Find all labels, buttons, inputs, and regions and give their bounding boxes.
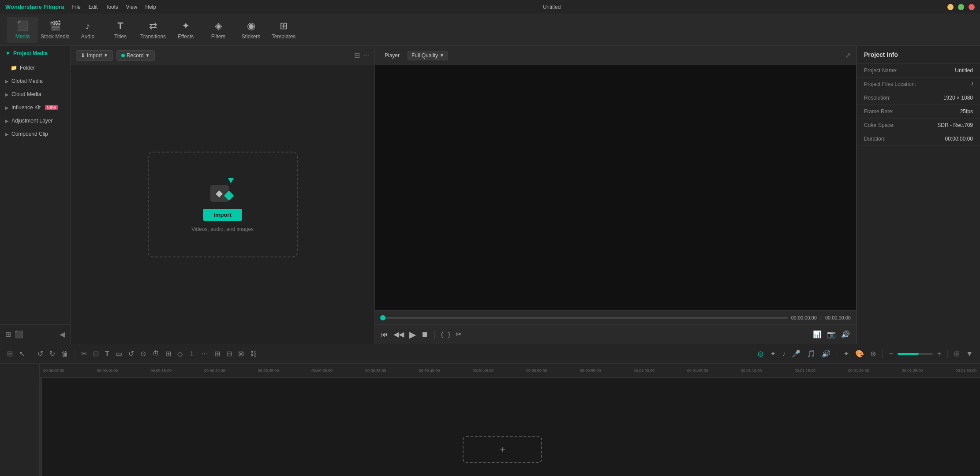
project-info-name-label: Project Name: [864, 67, 898, 74]
sidebar-header-label: Project Media [13, 50, 48, 56]
mic-button[interactable]: 🎤 [790, 349, 802, 359]
link-button[interactable]: ⋯ [199, 349, 210, 359]
trim-icon[interactable]: ✂ [455, 329, 462, 339]
cut-button[interactable]: ✂ [79, 349, 89, 359]
toolbar-effects[interactable]: ✦ Effects [170, 17, 201, 43]
fullscreen-icon[interactable]: ⤢ [845, 52, 851, 59]
progress-track[interactable] [380, 317, 788, 319]
snapshot-icon[interactable]: 📷 [826, 329, 837, 339]
compound-button[interactable]: ⊠ [236, 349, 246, 359]
ai-button[interactable]: ✦ [768, 349, 778, 359]
toolbar-stickers[interactable]: ◉ Stickers [236, 17, 266, 43]
menu-help[interactable]: Help [145, 4, 156, 10]
mark-in-icon[interactable]: { [440, 330, 444, 338]
menu-tools[interactable]: Tools [105, 4, 118, 10]
stop-button[interactable]: ⏹ [420, 330, 429, 339]
zoom-in-button[interactable]: + [935, 349, 943, 359]
loop-button[interactable]: ↺ [127, 349, 136, 359]
media-icon: ⬛ [17, 20, 29, 32]
quality-chevron-icon: ▼ [440, 53, 444, 58]
timeline-drop-zone[interactable]: + [463, 436, 542, 463]
record-timeline-button[interactable]: ⊙ [756, 348, 766, 360]
timeline-content: 00:00:05:00 00:00:10:00 00:00:15:00 00:0… [0, 364, 980, 476]
chevron-right-icon: ▶ [5, 119, 9, 123]
minimize-button[interactable] [947, 4, 954, 10]
group-button[interactable]: ⊟ [224, 349, 234, 359]
maximize-button[interactable] [958, 4, 964, 10]
redo-button[interactable]: ↻ [48, 349, 57, 359]
import-drop-zone[interactable]: Import Videos, audio, and images [148, 152, 298, 257]
prev-frame-button[interactable]: ⏮ [380, 330, 389, 339]
collapse-sidebar-icon[interactable]: ◀ [60, 330, 65, 338]
sidebar-item-global-media[interactable]: ▶ Global Media [0, 74, 70, 88]
ruler[interactable]: 00:00:05:00 00:00:10:00 00:00:15:00 00:0… [40, 364, 980, 378]
text-button[interactable]: T [103, 349, 111, 359]
toolbar-titles[interactable]: T Titles [105, 17, 136, 43]
more-options-icon[interactable]: ··· [363, 51, 369, 60]
player-tab[interactable]: Player [380, 51, 404, 60]
crop-media-button[interactable]: ⊞ [164, 349, 173, 359]
right-panel: Project Info Project Name: Untitled Proj… [857, 46, 980, 344]
sidebar-item-cloud-media[interactable]: ▶ Cloud Media [0, 88, 70, 101]
effects-timeline-button[interactable]: ✦ [842, 349, 851, 359]
player-progress-bar: 00:00:00:00 / 00:00:00:00 [375, 310, 856, 324]
close-button[interactable] [969, 4, 975, 10]
delete-button[interactable]: 🗑 [60, 349, 70, 359]
crop-button[interactable]: ⊡ [91, 349, 101, 359]
grid-view-button[interactable]: ⊞ [952, 349, 961, 359]
toolbar-media[interactable]: ⬛ Media [7, 17, 38, 43]
menu-file[interactable]: File [72, 4, 80, 10]
sidebar-item-compound-clip[interactable]: ▶ Compound Clip [0, 127, 70, 141]
effects-icon: ✦ [182, 20, 190, 32]
svg-marker-1 [228, 178, 234, 183]
speed-button[interactable]: ⊙ [138, 349, 148, 359]
tick-16: 00:01:25:00 [902, 368, 923, 373]
music-note-button[interactable]: 🎵 [805, 349, 817, 359]
more-options-button[interactable]: ▼ [964, 349, 975, 359]
undo-button[interactable]: ↺ [36, 349, 45, 359]
mark-out-icon[interactable]: } [447, 330, 451, 338]
menu-edit[interactable]: Edit [89, 4, 98, 10]
chain-button[interactable]: ⛓ [248, 349, 259, 359]
import-dropdown-icon: ▼ [104, 53, 108, 58]
voice-button[interactable]: 🔊 [820, 349, 832, 359]
sidebar-item-influence-kit[interactable]: ▶ Influence Kit NEW [0, 101, 70, 114]
zoom-out-button[interactable]: − [887, 349, 894, 359]
audio-track-button[interactable]: ♪ [780, 349, 787, 359]
motion-button[interactable]: ⊕ [868, 349, 878, 359]
main-layout: ▼ Project Media 📁 Folder ▶ Global Media … [0, 46, 980, 344]
record-dropdown-icon: ▼ [146, 53, 150, 58]
sidebar-item-adjustment-layer[interactable]: ▶ Adjustment Layer [0, 114, 70, 127]
audio-meter-icon[interactable]: 📊 [812, 329, 823, 339]
add-folder-icon[interactable]: ⊞ [5, 330, 11, 338]
toolbar-stock-media[interactable]: 🎬 Stock Media [40, 17, 71, 43]
import-zone-button[interactable]: Import [203, 209, 242, 221]
toolbar-transitions[interactable]: ⇄ Transitions [138, 17, 168, 43]
play-button[interactable]: ▶ [408, 328, 417, 341]
timer-button[interactable]: ⏱ [150, 349, 161, 359]
project-info-duration-row: Duration: 00:00:00:00 [857, 132, 980, 146]
rewind-button[interactable]: ◀◀ [393, 329, 405, 339]
media-toolbar: ⬇ Import ▼ Record ▼ ⊟ ··· [71, 46, 374, 65]
add-media-icon[interactable]: ⬛ [15, 330, 23, 338]
quality-selector[interactable]: Full Quality ▼ [408, 51, 448, 60]
color-button[interactable]: 🎨 [853, 349, 866, 359]
volume-icon[interactable]: 🔊 [840, 329, 851, 339]
time-current: 00:00:00:00 [791, 315, 817, 320]
detach-button[interactable]: ⊞ [213, 349, 222, 359]
zoom-slider[interactable] [898, 353, 933, 355]
toolbar-audio[interactable]: ♪ Audio [72, 17, 103, 43]
toolbar-filters[interactable]: ◈ Filters [203, 17, 234, 43]
timeline-tracks: + [40, 378, 980, 476]
sidebar-item-folder[interactable]: 📁 Folder [0, 61, 70, 74]
diamond-button[interactable]: ◇ [176, 349, 184, 359]
select-tool[interactable]: ↖ [17, 349, 26, 359]
import-button[interactable]: ⬇ Import ▼ [76, 50, 113, 61]
toolbar-templates[interactable]: ⊞ Templates [268, 17, 299, 43]
split-button[interactable]: ⊥ [187, 349, 197, 359]
record-button[interactable]: Record ▼ [116, 50, 155, 61]
menu-view[interactable]: View [126, 4, 137, 10]
snap-button[interactable]: ⊞ [5, 349, 15, 359]
rect-tool[interactable]: ▭ [114, 349, 124, 359]
filter-icon[interactable]: ⊟ [354, 51, 360, 60]
